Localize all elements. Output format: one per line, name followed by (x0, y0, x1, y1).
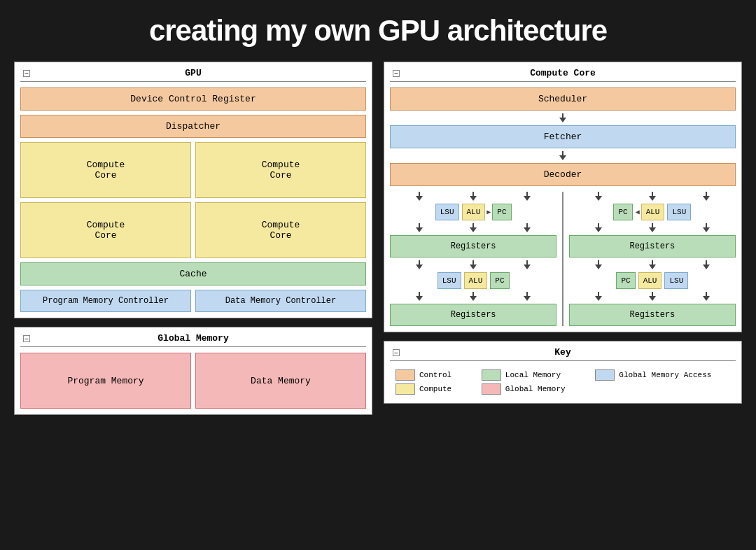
ra9 (703, 260, 710, 269)
left-arrow-icon: ◀ (636, 208, 640, 216)
global-memory-swatch (482, 383, 501, 395)
alu-pc-group-2: ◀ ALU (636, 204, 665, 220)
la9 (524, 292, 531, 301)
ah (703, 296, 710, 301)
left-alu-row-1: LSU ALU ▶ PC (390, 204, 556, 220)
gpu-box: — GPU Device Control Register Dispatcher… (14, 62, 372, 318)
ra10 (595, 292, 602, 301)
left-arrow-2 (470, 192, 477, 201)
lsu-4: LSU (664, 272, 688, 289)
page-title: creating my own GPU architecture (149, 14, 607, 48)
memory-controllers: Program Memory Controller Data Memory Co… (20, 290, 366, 312)
cache-block: Cache (20, 262, 366, 285)
la3 (524, 223, 531, 232)
ah2 (470, 196, 477, 201)
ah3 (524, 196, 531, 201)
ra12 (703, 292, 710, 301)
alu-pc-group-1: ALU ▶ PC (462, 204, 512, 220)
compute-label: Compute (419, 385, 451, 393)
la8 (470, 292, 477, 301)
compute-core-4: ComputeCore (195, 202, 366, 258)
ra3 (703, 192, 710, 201)
key-local-memory: Local Memory (482, 369, 584, 381)
right-reg-arrows-3 (569, 292, 736, 301)
ah (470, 296, 477, 301)
global-minimize-icon: — (23, 335, 30, 342)
pipeline-divider (562, 192, 564, 326)
ra7 (595, 260, 602, 269)
ah (595, 196, 602, 201)
global-memory-label: Global Memory (505, 385, 566, 393)
minimize-icon: — (23, 70, 30, 77)
right-reg-arrows-2 (569, 260, 736, 269)
ah (416, 296, 423, 301)
ah (595, 227, 602, 232)
ra5 (649, 223, 656, 232)
gpu-title: GPU (185, 68, 201, 78)
gpu-title-bar: — GPU (20, 68, 366, 82)
ah (524, 296, 531, 301)
program-mem-ctrl: Program Memory Controller (20, 290, 191, 312)
la1 (416, 223, 423, 232)
data-mem-ctrl: Data Memory Controller (195, 290, 366, 312)
pc-2: PC (613, 204, 632, 220)
compute-core-3: ComputeCore (20, 202, 191, 258)
ra4 (595, 223, 602, 232)
ah (470, 227, 477, 232)
key-minimize-icon: — (393, 349, 400, 356)
ah (703, 265, 710, 269)
pc-1: PC (492, 204, 511, 220)
la5 (470, 260, 477, 269)
compute-core-detail-box: — Compute Core Scheduler Fetcher (384, 62, 742, 332)
local-memory-label: Local Memory (505, 371, 561, 379)
key-compute: Compute (396, 383, 470, 395)
key-grid: Control Local Memory Global Memory Acces… (390, 367, 736, 397)
lsu-3: LSU (438, 272, 461, 289)
compute-core-1: ComputeCore (20, 142, 191, 198)
global-memory-access-label: Global Memory Access (619, 371, 711, 379)
ah (649, 227, 656, 232)
arrow-head-1 (559, 118, 566, 122)
global-memory-title: Global Memory (158, 333, 228, 344)
decoder-block: Decoder (390, 163, 736, 186)
global-memory-title-bar: — Global Memory (20, 333, 366, 347)
scheduler-arrow (559, 113, 566, 122)
ra2 (649, 192, 656, 201)
ah (649, 296, 656, 301)
program-memory-block: Program Memory (20, 353, 191, 409)
left-arrow-1 (416, 192, 423, 201)
left-reg-arrows-3 (390, 292, 556, 301)
control-label: Control (419, 371, 451, 379)
ah (470, 265, 477, 269)
left-alu-row-2: LSU ALU PC (390, 272, 556, 289)
dispatcher-block: Dispatcher (20, 115, 366, 138)
registers-2: Registers (569, 235, 736, 258)
key-control: Control (396, 369, 470, 381)
compute-core-detail-title: Compute Core (530, 68, 596, 78)
ra1 (595, 192, 602, 201)
global-memory-box: — Global Memory Program Memory Data Memo… (14, 327, 372, 415)
registers-4: Registers (569, 304, 736, 326)
alu-1: ALU (462, 204, 486, 220)
pc-3: PC (490, 272, 509, 289)
ah (524, 265, 531, 269)
left-reg-arrows-2 (390, 260, 556, 269)
left-pipeline: LSU ALU ▶ PC (390, 192, 556, 326)
la7 (416, 292, 423, 301)
left-arrow-3 (524, 192, 531, 201)
ah (595, 265, 602, 269)
local-memory-swatch (482, 369, 501, 381)
ra6 (703, 223, 710, 232)
alu-3: ALU (464, 272, 488, 289)
compute-cores-grid: ComputeCore ComputeCore ComputeCore Comp… (20, 142, 366, 258)
ah (703, 227, 710, 232)
key-title: Key (554, 347, 570, 358)
lsu-1: LSU (435, 204, 459, 220)
alu-2: ALU (641, 204, 665, 220)
global-memory-access-swatch (595, 369, 615, 381)
la4 (416, 260, 423, 269)
right-alu-row-1: PC ◀ ALU LSU (569, 204, 736, 220)
right-decoder-arrows (569, 192, 736, 201)
control-swatch (396, 369, 415, 381)
compute-swatch (396, 383, 415, 395)
